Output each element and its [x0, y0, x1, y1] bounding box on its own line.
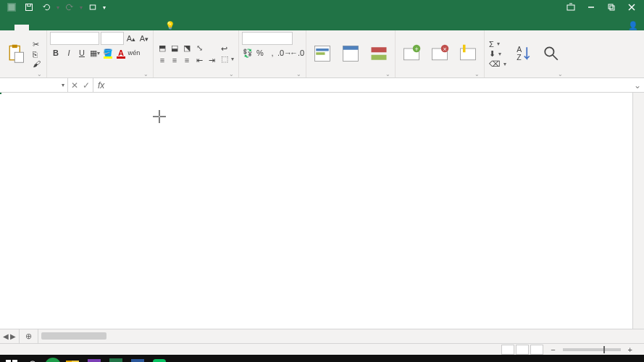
- comma-format-button[interactable]: ,: [267, 47, 278, 59]
- fill-color-button[interactable]: 🪣: [102, 47, 114, 59]
- formula-input[interactable]: [109, 78, 631, 92]
- percent-format-button[interactable]: %: [254, 47, 266, 59]
- decrease-decimal-button[interactable]: ←.0: [291, 47, 303, 59]
- excel-taskbar-icon[interactable]: X: [106, 356, 126, 362]
- share-button[interactable]: 👤: [628, 21, 638, 30]
- underline-button[interactable]: U: [76, 47, 88, 59]
- save-button[interactable]: [22, 1, 36, 14]
- fill-down-icon: ⬇: [489, 49, 495, 59]
- qat-more[interactable]: ▾: [103, 4, 106, 11]
- undo-button[interactable]: [39, 1, 54, 14]
- maximize-button[interactable]: [602, 1, 621, 14]
- qat-customize[interactable]: ▾: [80, 4, 83, 11]
- format-as-table-button[interactable]: [338, 42, 364, 66]
- zoom-in-button[interactable]: +: [628, 345, 632, 354]
- copy-button[interactable]: ⎘: [31, 50, 43, 59]
- eraser-icon: ⌫: [489, 59, 501, 69]
- font-name-select[interactable]: [50, 32, 99, 45]
- tab-data[interactable]: [72, 25, 87, 30]
- find-select-button[interactable]: [538, 42, 564, 66]
- increase-font-button[interactable]: A▴: [125, 33, 137, 44]
- expand-formula-bar[interactable]: ⌄: [631, 78, 644, 92]
- bold-button[interactable]: B: [50, 47, 62, 59]
- format-cells-button[interactable]: [455, 42, 481, 66]
- tab-review[interactable]: [87, 25, 101, 30]
- wechat-taskbar-icon[interactable]: [149, 356, 170, 362]
- start-button[interactable]: [1, 356, 22, 362]
- clear-button[interactable]: ⌫▾: [488, 59, 508, 69]
- align-middle-button[interactable]: ⬓: [169, 42, 180, 54]
- autosum-button[interactable]: Σ▾: [488, 40, 508, 49]
- decrease-indent-button[interactable]: ⇤: [193, 54, 205, 66]
- file-explorer-icon[interactable]: [62, 356, 83, 362]
- page-break-view-button[interactable]: [530, 345, 543, 355]
- tab-nav-next[interactable]: ▶: [10, 332, 16, 340]
- align-bottom-button[interactable]: ⬔: [181, 42, 193, 54]
- wrap-text-button[interactable]: ↩: [219, 44, 235, 54]
- tab-insert[interactable]: [29, 25, 43, 30]
- tab-special[interactable]: [130, 25, 145, 30]
- zoom-slider[interactable]: [563, 348, 621, 351]
- tab-nav-prev[interactable]: ◀: [3, 332, 9, 340]
- tab-page-layout[interactable]: [43, 25, 58, 30]
- redo-button[interactable]: [62, 1, 77, 14]
- align-top-button[interactable]: ⬒: [156, 42, 168, 54]
- normal-view-button[interactable]: [501, 345, 514, 355]
- font-color-button[interactable]: A: [115, 47, 127, 59]
- font-size-select[interactable]: [101, 32, 124, 45]
- format-painter-button[interactable]: 🖌: [31, 59, 43, 68]
- align-right-button[interactable]: ≡: [181, 54, 193, 66]
- tell-me-search[interactable]: 💡: [165, 21, 178, 30]
- cell-styles-icon: [369, 43, 389, 64]
- page-layout-view-button[interactable]: [516, 345, 529, 355]
- tab-nav[interactable]: ◀▶: [0, 329, 20, 343]
- tab-file[interactable]: [0, 25, 14, 30]
- cell-styles-button[interactable]: [366, 42, 392, 66]
- add-sheet-button[interactable]: ⊕: [20, 329, 38, 343]
- merge-center-button[interactable]: ⬚▾: [219, 54, 235, 64]
- fill-button[interactable]: ⬇▾: [488, 49, 508, 59]
- minimize-button[interactable]: [582, 1, 601, 14]
- tab-view[interactable]: [101, 25, 116, 30]
- name-box-input[interactable]: [3, 80, 62, 90]
- svg-rect-27: [461, 49, 476, 60]
- fx-icon[interactable]: fx: [93, 78, 109, 92]
- delete-cells-button[interactable]: ×: [427, 42, 453, 66]
- search-icon[interactable]: [23, 356, 43, 362]
- number-format-select[interactable]: [242, 32, 293, 45]
- accounting-format-button[interactable]: 💱: [242, 47, 254, 59]
- insert-cells-button[interactable]: +: [398, 42, 425, 66]
- zoom-out-button[interactable]: −: [551, 345, 555, 354]
- increase-decimal-button[interactable]: .0→: [279, 47, 290, 59]
- browser-taskbar-icon[interactable]: [45, 358, 61, 362]
- ribbon-display-options[interactable]: [561, 1, 580, 14]
- close-button[interactable]: [622, 1, 641, 14]
- increase-indent-button[interactable]: ⇥: [206, 54, 217, 66]
- name-box-dropdown[interactable]: ▾: [62, 82, 64, 88]
- worksheet-grid[interactable]: [0, 93, 632, 329]
- horizontal-scrollbar[interactable]: [38, 329, 644, 343]
- tab-home[interactable]: [14, 25, 29, 30]
- border-button[interactable]: ▦▾: [89, 47, 101, 59]
- vertical-scrollbar[interactable]: [632, 93, 644, 329]
- orientation-button[interactable]: ⤡: [193, 42, 205, 54]
- paste-button[interactable]: [3, 42, 29, 66]
- phonetic-button[interactable]: wén: [128, 47, 140, 59]
- decrease-font-button[interactable]: A▾: [138, 33, 150, 44]
- undo-dropdown[interactable]: ▾: [57, 4, 59, 11]
- name-box[interactable]: ▾: [0, 78, 68, 92]
- sort-filter-button[interactable]: AZ: [510, 42, 536, 66]
- qat-extra-button[interactable]: [85, 1, 100, 14]
- tab-powerpivot[interactable]: [145, 25, 159, 30]
- app-purple-icon[interactable]: [84, 356, 104, 362]
- tab-developer[interactable]: [116, 25, 130, 30]
- cancel-formula-icon[interactable]: ✕: [71, 80, 78, 90]
- tab-formulas[interactable]: [58, 25, 72, 30]
- cut-button[interactable]: ✂: [31, 40, 43, 49]
- enter-formula-icon[interactable]: ✓: [83, 80, 90, 90]
- align-center-button[interactable]: ≡: [169, 54, 180, 66]
- word-taskbar-icon[interactable]: W: [127, 356, 148, 362]
- align-left-button[interactable]: ≡: [156, 54, 168, 66]
- italic-button[interactable]: I: [63, 47, 75, 59]
- conditional-format-button[interactable]: [309, 42, 335, 66]
